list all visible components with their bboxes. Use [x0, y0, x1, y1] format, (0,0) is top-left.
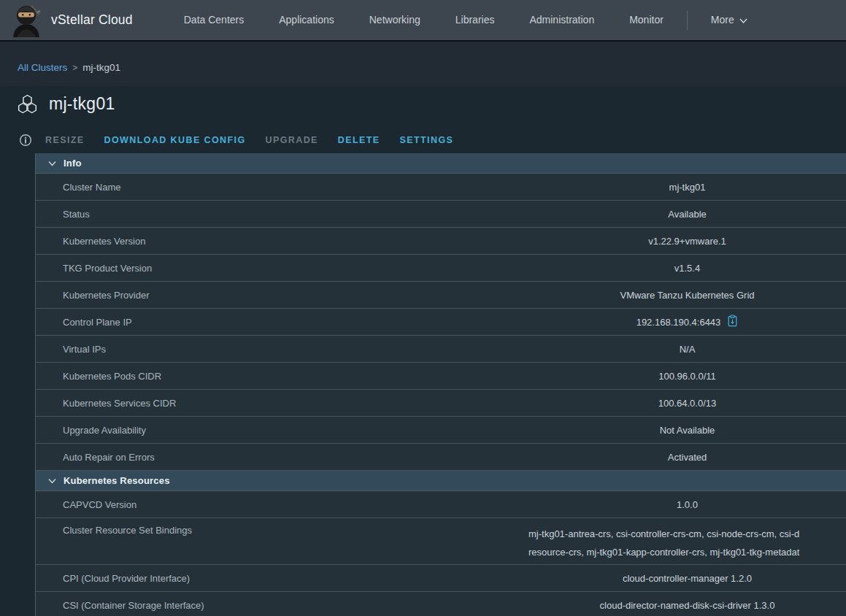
row-value: cloud-director-named-disk-csi-driver 1.3… — [528, 600, 846, 611]
table-row-kubernetes-pods-cidr: Kubernetes Pods CIDR100.96.0.0/11 — [36, 363, 846, 390]
cluster-hexagons-icon — [16, 94, 39, 114]
chevron-down-icon — [739, 18, 747, 23]
row-value-line: mj-tkg01-antrea-crs, csi-controller-crs-… — [528, 525, 846, 543]
nav-item-data-centers[interactable]: Data Centers — [166, 0, 261, 40]
chevron-down-icon — [48, 478, 56, 484]
row-value: 192.168.190.4:6443 — [528, 315, 846, 329]
row-value: Activated — [528, 452, 846, 463]
section-header-info[interactable]: Info — [36, 153, 846, 174]
table-row-kubernetes-services-cidr: Kubernetes Services CIDR100.64.0.0/13 — [36, 390, 846, 417]
row-value: v1.5.4 — [528, 263, 846, 274]
brand-title: vStellar Cloud — [51, 12, 133, 28]
row-value: 100.64.0.0/13 — [528, 398, 846, 409]
table-row-cluster-resource-set-bindings: Cluster Resource Set Bindingsmj-tkg01-an… — [36, 518, 846, 565]
action-button-delete[interactable]: DELETE — [338, 135, 380, 145]
row-label: CPI (Cloud Provider Interface) — [36, 573, 528, 584]
breadcrumb-strip: All Clusters > mj-tkg01 — [0, 42, 846, 86]
nav-item-more[interactable]: More — [693, 0, 765, 40]
row-label: Virtual IPs — [36, 344, 528, 355]
section-label: Kubernetes Resources — [64, 475, 170, 486]
row-value: 1.0.0 — [528, 499, 846, 510]
nav-item-libraries[interactable]: Libraries — [438, 0, 512, 40]
breadcrumb-separator: > — [72, 63, 77, 73]
ninja-avatar-logo[interactable] — [10, 3, 42, 38]
main-nav: Data CentersApplicationsNetworkingLibrar… — [166, 0, 681, 40]
nav-item-networking[interactable]: Networking — [352, 0, 438, 40]
row-label: CAPVCD Version — [36, 499, 528, 510]
row-value-text: v1.5.4 — [674, 263, 700, 274]
row-label: CSI (Container Storage Interface) — [36, 600, 528, 611]
section-header-kubernetes-resources[interactable]: Kubernetes Resources — [36, 471, 846, 491]
copy-to-clipboard-icon[interactable] — [727, 315, 738, 329]
nav-item-applications[interactable]: Applications — [261, 0, 352, 40]
row-label: Control Plane IP — [36, 317, 528, 328]
chevron-down-icon — [48, 161, 56, 166]
row-value-text: VMware Tanzu Kubernetes Grid — [620, 290, 754, 301]
table-row-csi-container-storage-interface: CSI (Container Storage Interface)cloud-d… — [36, 592, 846, 616]
breadcrumb-current: mj-tkg01 — [82, 62, 120, 73]
row-value-text: 100.96.0.0/11 — [658, 371, 716, 382]
action-bar-buttons: RESIZEDOWNLOAD KUBE CONFIGUPGRADEDELETES… — [45, 135, 453, 145]
page-title: mj-tkg01 — [49, 94, 115, 114]
row-value-text: 192.168.190.4:6443 — [637, 317, 721, 328]
row-value: N/A — [528, 344, 846, 355]
section-label: Info — [64, 158, 82, 169]
action-bar: RESIZEDOWNLOAD KUBE CONFIGUPGRADEDELETES… — [19, 133, 846, 147]
row-value-text: v1.22.9+vmware.1 — [648, 236, 726, 247]
table-row-status: StatusAvailable — [36, 201, 846, 228]
row-value-text: Not Available — [660, 425, 715, 436]
row-label: TKG Product Version — [36, 263, 528, 274]
row-label: Cluster Resource Set Bindings — [36, 525, 528, 536]
row-label: Auto Repair on Errors — [36, 452, 528, 463]
row-value: cloud-controller-manager 1.2.0 — [528, 573, 846, 584]
row-label: Upgrade Availability — [36, 425, 528, 436]
table-row-upgrade-availability: Upgrade AvailabilityNot Available — [36, 417, 846, 444]
row-value: Available — [528, 209, 846, 220]
row-label: Kubernetes Pods CIDR — [36, 371, 528, 382]
cluster-detail-page: mj-tkg01 RESIZEDOWNLOAD KUBE CONFIGUPGRA… — [0, 86, 846, 616]
top-nav-bar: vStellar Cloud Data CentersApplicationsN… — [0, 0, 846, 42]
row-value-text: Available — [668, 209, 707, 220]
table-row-capvcd-version: CAPVCD Version1.0.0 — [36, 491, 846, 518]
row-label: Cluster Name — [36, 182, 528, 193]
table-row-tkg-product-version: TKG Product Versionv1.5.4 — [36, 255, 846, 282]
row-value: Not Available — [528, 425, 846, 436]
row-value: v1.22.9+vmware.1 — [528, 236, 846, 247]
row-value-line: resource-crs, mj-tkg01-kapp-controller-c… — [528, 543, 846, 561]
row-value-text: N/A — [680, 344, 696, 355]
breadcrumb-link-all-clusters[interactable]: All Clusters — [18, 62, 67, 73]
row-label: Status — [36, 209, 528, 220]
table-row-cpi-cloud-provider-interface: CPI (Cloud Provider Interface)cloud-cont… — [36, 565, 846, 592]
row-value: mj-tkg01-antrea-crs, csi-controller-crs-… — [528, 525, 846, 561]
details-table: InfoCluster Namemj-tkg01StatusAvailableK… — [35, 153, 846, 616]
row-value: 100.96.0.0/11 — [528, 371, 846, 382]
row-value: VMware Tanzu Kubernetes Grid — [528, 290, 846, 301]
row-value: mj-tkg01 — [528, 182, 846, 193]
nav-divider — [687, 11, 688, 30]
row-value-text: cloud-director-named-disk-csi-driver 1.3… — [600, 600, 775, 611]
table-row-kubernetes-provider: Kubernetes ProviderVMware Tanzu Kubernet… — [36, 282, 846, 309]
nav-item-monitor[interactable]: Monitor — [612, 0, 681, 40]
action-button-upgrade[interactable]: UPGRADE — [266, 135, 318, 145]
row-label: Kubernetes Version — [36, 236, 528, 247]
row-label: Kubernetes Services CIDR — [36, 398, 528, 409]
row-value-text: mj-tkg01 — [669, 182, 706, 193]
table-row-control-plane-ip: Control Plane IP192.168.190.4:6443 — [36, 309, 846, 336]
action-button-resize[interactable]: RESIZE — [45, 135, 85, 145]
action-button-settings[interactable]: SETTINGS — [400, 135, 454, 145]
table-row-kubernetes-version: Kubernetes Versionv1.22.9+vmware.1 — [36, 228, 846, 255]
table-row-auto-repair-on-errors: Auto Repair on ErrorsActivated — [36, 444, 846, 471]
info-circle-icon[interactable] — [19, 134, 32, 147]
action-button-download-kube-config[interactable]: DOWNLOAD KUBE CONFIG — [104, 135, 246, 145]
page-title-row: mj-tkg01 — [0, 86, 846, 117]
table-row-cluster-name: Cluster Namemj-tkg01 — [36, 174, 846, 201]
table-row-virtual-ips: Virtual IPsN/A — [36, 336, 846, 363]
row-value-text: cloud-controller-manager 1.2.0 — [623, 573, 752, 584]
row-label: Kubernetes Provider — [36, 290, 528, 301]
breadcrumb: All Clusters > mj-tkg01 — [18, 62, 846, 73]
nav-item-administration[interactable]: Administration — [512, 0, 612, 40]
row-value-text: 100.64.0.0/13 — [658, 398, 717, 409]
row-value-text: Activated — [668, 452, 707, 463]
row-value-text: 1.0.0 — [677, 499, 698, 510]
